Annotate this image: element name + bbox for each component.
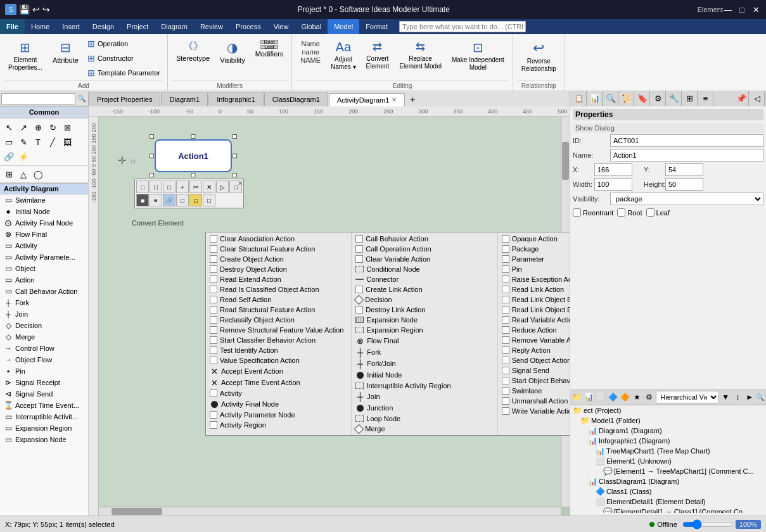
left-item-signal-receipt[interactable]: ⊳ Signal Receipt — [0, 377, 88, 388]
menu-file[interactable]: File — [0, 19, 25, 34]
convert-start-object[interactable]: Start Object Behavior Action — [499, 376, 570, 386]
convert-read-self[interactable]: Read Self Action — [207, 294, 350, 305]
convert-call-behavior[interactable]: Call Behavior Action — [353, 234, 495, 244]
window-controls[interactable]: — □ ✕ — [723, 4, 761, 15]
convert-read-link-obj-qualifier[interactable]: Read Link Object End Qualifier Action — [499, 305, 570, 315]
handle-mr[interactable] — [233, 154, 237, 158]
canvas-scroll-thumb-h[interactable] — [112, 508, 162, 515]
stereotype-button[interactable]: 《》 Stereotype — [172, 37, 214, 65]
leaf-checkbox-item[interactable]: Leaf — [646, 208, 670, 217]
left-item-swimlane[interactable]: ▭ Swimlane — [0, 194, 88, 206]
handle-tr[interactable] — [233, 134, 237, 139]
convert-write-variable[interactable]: Write Variable Action — [499, 406, 570, 416]
convert-reclassify[interactable]: Reclassify Object Action — [207, 315, 350, 325]
convert-reply-action[interactable]: Reply Action — [499, 345, 570, 355]
rotate-tool[interactable]: ↻ — [46, 120, 60, 134]
image-tool[interactable]: 🖼 — [60, 135, 74, 149]
convert-read-structural[interactable]: Read Structural Feature Action — [207, 305, 350, 315]
convert-pin-item[interactable]: Pin — [499, 264, 570, 274]
left-item-control-flow[interactable]: → Control Flow — [0, 343, 88, 354]
convert-unmarshall[interactable]: Unmarshall Action — [499, 396, 570, 406]
note-tool[interactable]: ✎ — [16, 135, 30, 149]
tool-extra2[interactable]: △ — [16, 167, 30, 181]
et-btn-box[interactable]: □ — [176, 194, 189, 206]
element-properties-button[interactable]: ⊞ ElementProperties... — [4, 37, 47, 75]
et-btn-extra[interactable]: □ — [203, 194, 215, 206]
convert-read-variable[interactable]: Read Variable Action — [499, 315, 570, 325]
tab-activitydiagram1[interactable]: ActivityDiagram1 ✕ — [329, 93, 405, 106]
menu-insert[interactable]: Insert — [56, 19, 86, 34]
tree-btn-1[interactable]: 📁 — [571, 391, 583, 403]
tool-extra3[interactable]: ◯ — [31, 167, 45, 181]
operation-button[interactable]: ⊞ Operation — [84, 37, 163, 51]
left-item-initial-node[interactable]: ● Initial Node — [0, 206, 88, 217]
quick-search-input[interactable] — [399, 21, 526, 32]
zoom-slider[interactable] — [682, 520, 733, 529]
tree-elementdetail1[interactable]: ⬜ ElementDetail1 (Element Detail) — [593, 497, 766, 507]
tree-btn-5[interactable]: 🔶 — [620, 391, 631, 403]
tab-activitydiagram1-close[interactable]: ✕ — [392, 96, 397, 103]
left-item-activity[interactable]: ▭ Activity — [0, 240, 88, 251]
menu-model[interactable]: Model — [328, 19, 359, 34]
tree-btn-7[interactable]: ⚙ — [643, 391, 654, 403]
et-btn-link[interactable]: 🔗 — [163, 194, 176, 206]
left-item-accept-time[interactable]: ⌛ Accept Time Event... — [0, 400, 88, 411]
menu-format[interactable]: Format — [359, 19, 394, 34]
convert-value-spec[interactable]: Value Specification Action — [207, 355, 350, 365]
convert-activity-item[interactable]: Activity — [207, 388, 350, 398]
right-tab-search[interactable]: 🔍 — [603, 91, 618, 106]
convert-destroy-link[interactable]: Destroy Link Action — [353, 305, 495, 315]
convert-activity-region[interactable]: Activity Region — [207, 420, 350, 430]
handle-bm[interactable] — [191, 173, 196, 177]
attribute-button[interactable]: ⊟ Attribute — [48, 37, 83, 67]
right-tab-diagram[interactable]: 📊 — [587, 91, 603, 106]
handle-br[interactable] — [233, 173, 237, 177]
menu-home[interactable]: Home — [25, 19, 56, 34]
convert-remove-variable[interactable]: Remove Variable Action — [499, 335, 570, 345]
convert-create-link[interactable]: Create Link Action — [353, 284, 495, 294]
maximize-icon[interactable]: □ — [737, 4, 747, 15]
convert-raise-exception[interactable]: Raise Exception Action — [499, 274, 570, 284]
tree-class1[interactable]: 🔷 Class1 (Class) — [593, 486, 766, 497]
line-tool[interactable]: ╱ — [46, 135, 60, 149]
menu-global[interactable]: Global — [295, 19, 328, 34]
action-element-container[interactable]: Action1 — [150, 134, 237, 177]
et-btn-arrow[interactable]: ▷ — [216, 180, 229, 193]
right-tab-tools[interactable]: 🔧 — [667, 91, 682, 106]
convert-fork-item[interactable]: ┼Fork — [353, 346, 495, 358]
convert-start-classifier[interactable]: Start Classifier Behavior Action — [207, 335, 350, 345]
leaf-checkbox[interactable] — [646, 208, 654, 217]
id-input[interactable] — [610, 134, 763, 147]
convert-accept-time-event[interactable]: ✕Accept Time Event Action — [207, 377, 350, 388]
left-item-expansion-region[interactable]: ▭ Expansion Region — [0, 422, 88, 434]
convert-loop-node[interactable]: Loop Node — [353, 414, 495, 424]
menu-process[interactable]: Process — [229, 19, 267, 34]
y-input[interactable] — [665, 163, 703, 176]
modifiers-button[interactable]: Root Leaf Modifiers — [251, 37, 288, 61]
right-tab-bookmarks[interactable]: 🔖 — [635, 91, 650, 106]
reentrant-checkbox[interactable] — [573, 208, 581, 217]
right-tab-settings[interactable]: ⚙ — [651, 91, 666, 106]
convert-send-object[interactable]: Send Object Action — [499, 355, 570, 365]
left-item-decision[interactable]: ◇ Decision — [0, 320, 88, 331]
tree-project[interactable]: 📁 ect (Project) — [570, 405, 766, 415]
convert-read-classified[interactable]: Read Is Classified Object Action — [207, 284, 350, 294]
reverse-relationship-button[interactable]: ↩ ReverseRelationship — [517, 37, 561, 76]
tree-search-btn[interactable]: 🔍 — [756, 391, 765, 403]
tree-expand-btn[interactable]: ► — [744, 391, 755, 403]
close-icon[interactable]: ✕ — [751, 4, 761, 15]
convert-connector[interactable]: Connector — [353, 274, 495, 284]
tab-classdiagram1[interactable]: ClassDiagram1 — [264, 92, 328, 106]
handle-ml[interactable] — [150, 154, 154, 158]
convert-interruptible-region[interactable]: Interruptible Activity Region — [353, 381, 495, 391]
et-btn-3[interactable]: □ — [163, 180, 176, 193]
delete-tool[interactable]: ⊠ — [60, 120, 74, 134]
convert-element-button[interactable]: ⇄ ConvertElement — [362, 37, 394, 73]
left-search-button[interactable]: 🔍 — [77, 94, 87, 104]
et-btn-yellow[interactable]: □ — [189, 194, 202, 206]
right-tab-layers[interactable]: ⊞ — [682, 91, 698, 106]
adjust-names-button[interactable]: Aa AdjustNames ▾ — [326, 37, 360, 74]
tab-infographic1[interactable]: Infographic1 — [208, 92, 264, 106]
minimize-icon[interactable]: — — [723, 4, 733, 15]
left-item-interruptible[interactable]: ▭ Interruptible Activit... — [0, 411, 88, 422]
